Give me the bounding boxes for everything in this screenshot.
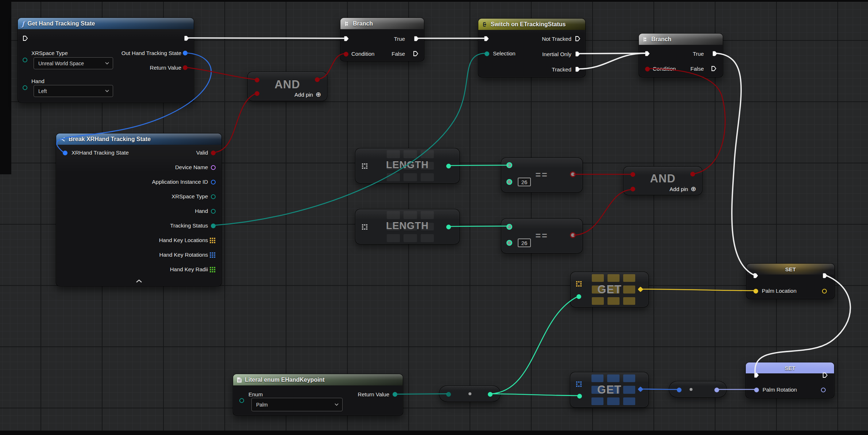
node-length-2[interactable]: LENGTH [355, 209, 460, 244]
application-instance-id-pin[interactable] [211, 180, 216, 185]
equals-input-pin-a[interactable] [506, 162, 512, 168]
node-equals-1[interactable]: == 26 [501, 158, 583, 193]
conversion-output-pin[interactable] [714, 388, 719, 392]
inertial-only-exec-pin[interactable] [575, 51, 580, 58]
equals-input-pin-b[interactable] [506, 240, 512, 246]
node-conversion-quat-to-rotator[interactable] [669, 381, 727, 397]
node-branch-1[interactable]: Branch True Condition False [340, 18, 424, 61]
exec-in-pin[interactable] [22, 35, 28, 43]
selection-pin[interactable] [485, 51, 489, 56]
return-value-pin[interactable] [183, 65, 188, 70]
node-switch-etrackingstatus[interactable]: Switch on ETrackingStatus Selection Not … [478, 18, 586, 77]
false-exec-pin[interactable] [711, 66, 717, 73]
not-tracked-exec-pin[interactable] [575, 36, 580, 43]
node-get-2[interactable]: GET [570, 372, 649, 408]
xrspace-type-pin[interactable] [23, 58, 27, 62]
and-input-pin-2[interactable] [630, 187, 635, 191]
hand-key-locations-array-pin[interactable] [210, 238, 215, 245]
equals-b-value-box[interactable]: 26 [518, 178, 531, 186]
and-input-pin-2[interactable] [255, 91, 259, 96]
xrhand-tracking-state-pin[interactable] [63, 151, 67, 155]
exec-out-pin[interactable] [184, 35, 189, 43]
node-title: Break XRHand Tracking State [69, 136, 151, 143]
false-exec-pin[interactable] [413, 51, 418, 58]
conversion-output-pin[interactable] [488, 392, 493, 397]
node-header[interactable]: Literal enum EHandKeypoint [233, 374, 403, 385]
return-value-pin[interactable] [393, 392, 397, 397]
node-equals-2[interactable]: == 26 [501, 218, 583, 253]
node-header[interactable]: ƒ Get Hand Tracking State [18, 18, 194, 29]
exec-in-pin[interactable] [343, 36, 349, 43]
exec-in-pin[interactable] [644, 51, 650, 58]
palm-rotation-input-pin[interactable] [754, 388, 759, 392]
conversion-input-pin[interactable] [446, 392, 451, 397]
condition-pin[interactable] [645, 67, 650, 71]
node-branch-2[interactable]: Branch True Condition False [639, 33, 723, 77]
equals-input-pin-b[interactable] [506, 179, 512, 185]
equals-input-pin-a[interactable] [506, 224, 512, 230]
node-break-xrhand-tracking-state[interactable]: Break XRHand Tracking State XRHand Track… [56, 133, 222, 286]
wire-exec-inertial-only-to-branch2 [578, 53, 646, 54]
valid-pin[interactable] [211, 151, 216, 155]
exec-out-pin[interactable] [822, 273, 828, 280]
enum-value: Palm [256, 402, 268, 408]
get-label: GET [571, 283, 648, 296]
tracking-status-pin[interactable] [211, 224, 216, 228]
node-length-1[interactable]: LENGTH [355, 148, 460, 183]
hand-out-pin[interactable] [211, 209, 216, 214]
pin-label-out-hand-tracking-state: Out Hand Tracking State [121, 50, 181, 56]
hand-dropdown[interactable]: Left [34, 85, 113, 97]
and-input-pin-1[interactable] [255, 78, 259, 82]
exec-out-pin[interactable] [822, 372, 828, 380]
node-get-hand-tracking-state[interactable]: ƒ Get Hand Tracking State XRSpace Type U… [18, 18, 194, 103]
and-output-pin[interactable] [690, 172, 695, 176]
palm-location-input-pin[interactable] [753, 289, 758, 294]
equals-output-pin[interactable] [570, 171, 576, 177]
equals-output-pin[interactable] [570, 232, 576, 238]
xrspace-type-out-pin[interactable] [211, 194, 216, 199]
pin-label-enum: Enum [248, 391, 263, 397]
node-header[interactable]: Break XRHand Tracking State [56, 133, 221, 145]
node-conversion-enum-to-byte[interactable] [439, 385, 501, 402]
conversion-dot-icon [690, 388, 693, 391]
palm-rotation-output-pin[interactable] [821, 388, 826, 392]
exec-in-pin[interactable] [753, 273, 759, 280]
enum-input-pin[interactable] [239, 398, 244, 403]
add-pin-button[interactable]: Add pin ⊕ [670, 186, 696, 192]
node-and-1[interactable]: AND Add pin ⊕ [247, 71, 327, 101]
device-name-pin[interactable] [211, 165, 216, 170]
node-header[interactable]: Branch [340, 18, 424, 29]
condition-pin[interactable] [344, 52, 348, 57]
node-get-1[interactable]: GET [570, 272, 649, 307]
add-pin-button[interactable]: Add pin ⊕ [294, 91, 321, 98]
add-pin-label: Add pin [294, 92, 313, 98]
node-and-2[interactable]: AND Add pin ⊕ [623, 166, 702, 195]
palm-location-output-pin[interactable] [822, 289, 827, 294]
node-header[interactable]: Switch on ETrackingStatus [478, 19, 585, 30]
blueprint-graph-canvas[interactable]: ƒ Get Hand Tracking State XRSpace Type U… [0, 0, 868, 435]
true-exec-pin[interactable] [413, 36, 419, 43]
node-set-palm-rotation[interactable]: SET Palm Rotation [745, 362, 834, 398]
wire-exec-get-to-branch1 [186, 38, 344, 38]
pin-label-xrspace-type: XRSpace Type [31, 50, 68, 56]
and-output-pin[interactable] [315, 77, 320, 82]
xrspace-type-value: Unreal World Space [38, 61, 84, 66]
tracked-exec-pin[interactable] [575, 66, 580, 74]
and-input-pin-1[interactable] [630, 172, 635, 177]
hand-key-radii-array-pin[interactable] [210, 267, 215, 274]
hand-key-rotations-array-pin[interactable] [210, 252, 215, 259]
node-set-palm-location[interactable]: SET Palm Location [746, 263, 835, 299]
conversion-input-pin[interactable] [677, 388, 682, 392]
true-exec-pin[interactable] [712, 51, 718, 58]
node-header[interactable]: Branch [639, 34, 723, 45]
node-literal-enum-ehandkeypoint[interactable]: Literal enum EHandKeypoint Enum Palm Ret… [233, 374, 403, 416]
exec-in-pin[interactable] [483, 36, 489, 43]
hand-pin[interactable] [23, 85, 27, 90]
exec-in-pin[interactable] [753, 372, 759, 380]
collapse-chevron-icon[interactable] [136, 278, 142, 284]
xrspace-type-dropdown[interactable]: Unreal World Space [34, 57, 113, 69]
length-label: LENGTH [355, 220, 459, 232]
enum-dropdown[interactable]: Palm [251, 398, 343, 411]
out-hand-tracking-state-pin[interactable] [183, 51, 188, 55]
equals-b-value-box[interactable]: 26 [518, 238, 531, 247]
